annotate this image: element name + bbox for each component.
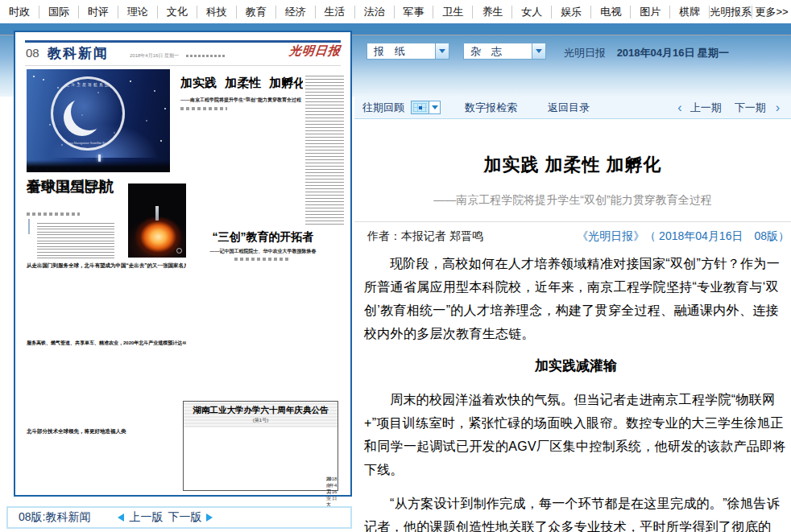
nav-item-more[interactable]: 更多>> [752, 6, 791, 19]
next-page-link[interactable]: 下一版 [168, 510, 201, 525]
nav-item[interactable]: 文化 [158, 6, 197, 19]
edition-select-paper-value: 报 纸 [367, 44, 435, 59]
nav-item[interactable]: 军事 [395, 6, 434, 19]
emblem-text-top: 北斗卫星导航系统 [53, 82, 122, 87]
newsprint-text-block [305, 76, 344, 227]
newsprint-text-block [180, 266, 346, 394]
nav-item[interactable]: 女人 [512, 6, 552, 19]
paper-date-line: 2018年4月16日 星期一 [130, 52, 179, 60]
digital-search-link[interactable]: 数字报检索 [465, 101, 517, 115]
nav-item[interactable]: 法治 [355, 6, 395, 19]
prev-issue-link[interactable]: 上一期 [690, 101, 722, 115]
prev-page-arrow-icon[interactable] [118, 513, 124, 522]
thumbnail-subhead-3: 北斗部分技术全球领先，将更好地造福人类 [27, 428, 155, 435]
back-to-toc-link[interactable]: 返回目录 [548, 101, 590, 115]
prev-issue-arrow-icon[interactable]: ‹ [677, 102, 681, 113]
newsprint-text-block [27, 349, 186, 420]
nav-item[interactable]: 卫生 [433, 6, 473, 19]
article-reader-panel: 加实践 加柔性 加孵化 ——南京工程学院将提升学生“双创”能力贯穿教育全过程 作… [354, 119, 791, 532]
prev-page-link[interactable]: 上一版 [129, 510, 163, 525]
notice-number: (第1号) [184, 417, 338, 424]
thumbnail-lead-byline [27, 212, 80, 216]
article-meta-row: 作者：本报记者 郑晋鸣 《光明日报》（ 2018年04月16日 08版） [354, 222, 791, 244]
newsprint-text-block [180, 116, 301, 227]
edition-select-paper[interactable]: 报 纸 [367, 43, 449, 60]
edition-select-magazine-value: 杂 志 [464, 44, 532, 59]
rocket-silhouette [155, 206, 159, 221]
digital-newspaper-page: 时政 国际 时评 理论 文化 科技 教育 经济 生活 法治 军事 卫生 养生 女… [0, 0, 791, 532]
edition-select-magazine[interactable]: 杂 志 [463, 43, 546, 60]
nav-item[interactable]: 科技 [197, 6, 237, 19]
next-issue-arrow-icon[interactable]: › [776, 102, 780, 113]
newspaper-page-thumbnail[interactable]: 08 教科新闻 2018年4月16日 星期一 光明日报 北斗卫星导航系统 Bei… [14, 31, 352, 497]
paper-top-rule [25, 40, 341, 43]
anniversary-notice-box: 湖南工业大学办学六十周年庆典公告 (第1号) 湖南工业大学 2018年4月16日 [183, 401, 338, 491]
paper-section-name: 教科新闻 [48, 44, 109, 63]
nav-item[interactable]: 教育 [237, 6, 276, 19]
paper-editor-line [186, 55, 225, 57]
article-title: 加实践 加柔性 加孵化 [354, 153, 791, 177]
thumbnail-subhead-1: 从走出国门到服务全球，北斗有望成为中国“走出去”的又一张国家名片 [27, 262, 186, 270]
article-paragraph: 周末的校园洋溢着欢快的气氛。但当记者走进南京工程学院“物联网+”项目训练室时，紧… [364, 388, 788, 481]
nav-item[interactable]: 时评 [79, 6, 118, 19]
nav-item[interactable]: 经济 [276, 6, 316, 19]
paper-page-number: 08 [26, 46, 39, 60]
nav-item[interactable]: 电视 [591, 6, 631, 19]
issue-info: 光明日报 2018年04月16日 星期一 [564, 46, 729, 60]
beidou-emblem: 北斗卫星导航系统 BeiDou Navigation Satellite Sys… [51, 76, 125, 151]
article-section-heading: 加实践减灌输 [364, 357, 788, 375]
thumbnail-article-subtitle: ——南京工程学院将提升学生“双创”能力贯穿教育全过程 [180, 97, 311, 104]
past-issues-link[interactable]: 往期回顾 [362, 101, 404, 115]
thumbnail-article-title: 加实践 加柔性 加孵化 [180, 76, 303, 91]
newsprint-text-block [190, 432, 331, 474]
stars-decoration [33, 76, 35, 77]
past-issues-calendar [411, 101, 441, 114]
rocket-launch-photo [128, 184, 186, 258]
nav-item[interactable]: 图片 [631, 6, 670, 19]
article-author: 作者：本报记者 郑晋鸣 [367, 229, 483, 244]
calendar-dropdown-button[interactable] [429, 101, 441, 114]
nav-item[interactable]: 娱乐 [552, 6, 591, 19]
newsprint-text-block [27, 272, 186, 336]
page-pager-nav: 上一版 下一版 [118, 510, 213, 525]
nav-item[interactable]: 养生 [473, 6, 512, 19]
issue-date: 2018年04月16日 星期一 [617, 47, 729, 59]
paper-header-rule [25, 65, 341, 66]
thumbnail-article-byline [180, 107, 227, 110]
masthead-logo: 光明日报 [288, 43, 342, 59]
nav-item[interactable]: 时政 [0, 6, 39, 19]
thumbnail-mid-article-subtitle: ——记中国工程院院士、华中农业大学教授陈焕春 [180, 248, 346, 255]
notice-title: 湖南工业大学办学六十周年庆典公告 [184, 405, 338, 416]
article-body: 现阶段，高校如何在人才培养领域精准对接国家“双创”方针？作为一所普通省属应用型本… [354, 244, 791, 532]
thumbnail-mid-article-byline [234, 258, 291, 261]
chevron-down-icon[interactable] [435, 43, 449, 59]
article-source: 《光明日报》（ 2018年04月16日 08版） [577, 229, 789, 244]
article-paragraph: “从方案设计到制作完成，每一个环节都是在这里完成的。”徐旭告诉记者，他的课题创造… [364, 492, 788, 532]
article-paragraph: 现阶段，高校如何在人才培养领域精准对接国家“双创”方针？作为一所普通省属应用型本… [364, 252, 788, 345]
top-navigation: 时政 国际 时评 理论 文化 科技 教育 经济 生活 法治 军事 卫生 养生 女… [0, 0, 791, 23]
newsprint-text-block [27, 438, 186, 488]
nav-item[interactable]: 生活 [316, 6, 355, 19]
nav-item[interactable]: 棋牌 [670, 6, 710, 19]
audience-silhouettes [27, 160, 170, 172]
issue-toolbar: 往期回顾 数字报检索 返回目录 ‹ 上一期 下一期 › [354, 97, 791, 119]
thumbnail-intro-bracket [28, 220, 123, 262]
newsprint-text-block [37, 223, 114, 258]
nav-item[interactable]: 国际 [39, 6, 79, 19]
calendar-icon[interactable] [411, 101, 429, 114]
next-issue-link[interactable]: 下一期 [735, 101, 766, 115]
next-page-arrow-icon[interactable] [206, 513, 213, 522]
article-subtitle: ——南京工程学院将提升学生“双创”能力贯穿教育全过程 [354, 193, 791, 208]
page-pager-bar: 08版:教科新闻 上一版 下一版 [6, 506, 352, 529]
thumbnail-subhead-2: 服务高铁、燃气管道、共享单车、精准农业，2020年北斗产业规模预计达4000亿元 [27, 340, 186, 347]
current-page-label: 08版:教科新闻 [19, 510, 90, 525]
nav-item[interactable]: 理论 [118, 6, 158, 19]
thumbnail-mid-article-title: “三创”教育的开拓者 [180, 230, 346, 245]
chevron-down-icon[interactable] [532, 43, 545, 59]
nav-item[interactable]: 光明报系 [710, 6, 752, 19]
masthead-name: 光明日报 [564, 47, 606, 59]
beidou-stage-photo: 北斗卫星导航系统 BeiDou Navigation Satellite Sys… [27, 69, 170, 172]
